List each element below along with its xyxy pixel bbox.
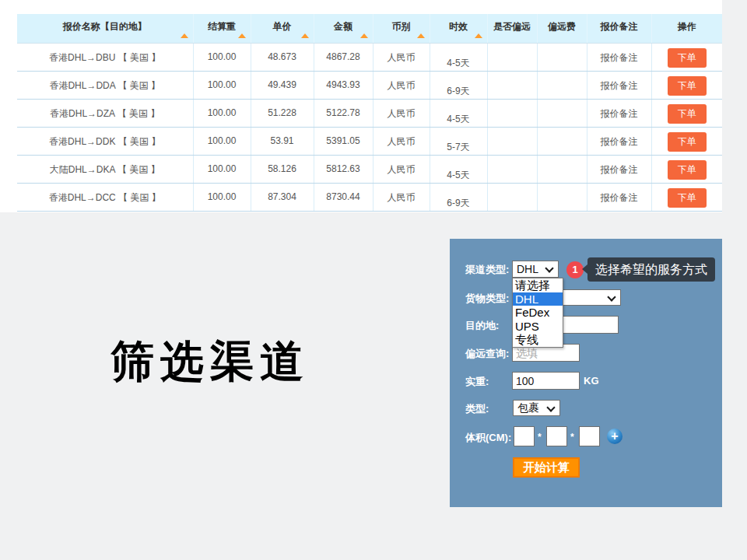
remote-query-label: 偏远查询: [465, 347, 509, 361]
table-row: 大陆DHL→DKA 【 美国 】100.0058.1265812.63人民币4-… [17, 155, 722, 183]
volume-length-input[interactable] [514, 426, 535, 446]
column-header[interactable]: 金额 [314, 14, 373, 43]
unit-price: 58.126 [251, 155, 314, 183]
tooltip-text: 选择希望的服务方式 [595, 263, 707, 276]
unit-price: 49.439 [251, 71, 314, 99]
add-volume-icon[interactable]: + [607, 429, 622, 444]
currency: 人民币 [373, 155, 430, 183]
remote-fee [537, 99, 587, 127]
action-cell: 下单 [651, 155, 722, 183]
channel-type-value: DHL [517, 263, 538, 275]
is-remote [487, 71, 537, 99]
quote-name: 香港DHL→DZA 【 美国 】 [17, 99, 193, 127]
currency: 人民币 [373, 183, 430, 211]
remote-fee [537, 183, 587, 211]
volume-width-input[interactable] [546, 426, 567, 446]
column-header-label: 报价名称【目的地】 [63, 21, 147, 32]
unit-price: 48.673 [251, 43, 314, 71]
tooltip-arrow-icon [582, 264, 587, 274]
channel-option[interactable]: FeDex [513, 306, 563, 320]
billed-weight: 100.00 [193, 71, 251, 99]
sort-asc-icon[interactable] [301, 33, 309, 38]
unit-price: 53.91 [251, 127, 314, 155]
order-button[interactable]: 下单 [668, 160, 707, 180]
table-row: 香港DHL→DCC 【 美国 】100.0087.3048730.44人民币6-… [17, 183, 722, 211]
lead-time: 4-5天 [430, 43, 487, 71]
table-row: 香港DHL→DZA 【 美国 】100.0051.2285122.78人民币4-… [17, 99, 722, 127]
order-button[interactable]: 下单 [668, 104, 707, 124]
multiply-sign: * [538, 432, 542, 443]
parcel-type-select[interactable]: 包裹 [513, 400, 560, 416]
section-annotation: 筛选渠道 [110, 333, 310, 392]
quote-name: 香港DHL→DCC 【 美国 】 [17, 183, 193, 211]
channel-option[interactable]: DHL [513, 292, 563, 306]
is-remote [487, 127, 537, 155]
remote-fee [537, 155, 587, 183]
channel-option[interactable]: UPS [513, 320, 563, 334]
volume-height-input[interactable] [579, 426, 600, 446]
currency: 人民币 [373, 71, 430, 99]
amount: 5391.05 [314, 127, 373, 155]
column-header[interactable]: 单价 [251, 14, 314, 43]
column-header: 操作 [651, 14, 722, 43]
calculate-button[interactable]: 开始计算 [513, 457, 580, 478]
column-header-label: 偏远费 [548, 21, 576, 32]
actual-weight-input[interactable] [512, 372, 580, 390]
multiply-sign: * [570, 432, 574, 443]
unit-price: 87.304 [251, 183, 314, 211]
sort-asc-icon[interactable] [417, 33, 425, 38]
quote-remark: 报价备注 [587, 99, 651, 127]
lead-time: 5-7天 [430, 127, 487, 155]
remote-fee [537, 43, 587, 71]
column-header: 偏远费 [537, 14, 587, 43]
column-header[interactable]: 结算重 [193, 14, 251, 43]
is-remote [487, 43, 537, 71]
currency: 人民币 [373, 99, 430, 127]
quote-name: 香港DHL→DDK 【 美国 】 [17, 127, 193, 155]
column-header[interactable]: 币别 [373, 14, 430, 43]
column-header: 报价备注 [587, 14, 651, 43]
channel-option[interactable]: 专线 [513, 333, 563, 347]
quote-name: 大陆DHL→DKA 【 美国 】 [17, 155, 193, 183]
chevron-down-icon [545, 264, 553, 272]
action-cell: 下单 [651, 43, 722, 71]
currency: 人民币 [373, 43, 430, 71]
order-button[interactable]: 下单 [668, 188, 707, 208]
amount: 5812.63 [314, 155, 373, 183]
is-remote [487, 183, 537, 211]
currency: 人民币 [373, 127, 430, 155]
sort-asc-icon[interactable] [475, 33, 482, 38]
column-header[interactable]: 报价名称【目的地】 [17, 14, 193, 43]
column-header[interactable]: 时效 [430, 14, 487, 43]
quote-table: 报价名称【目的地】结算重单价金额币别时效是否偏远偏远费报价备注操作 香港DHL→… [17, 14, 722, 212]
lead-time: 4-5天 [430, 155, 487, 183]
lead-time: 6-9天 [430, 183, 487, 211]
channel-option[interactable]: 请选择 [513, 278, 563, 292]
filter-panel: 渠道类型: 货物类型: 目的地: 偏远查询: 实重: 类型: 体积(CM): D… [450, 239, 722, 507]
sort-asc-icon[interactable] [360, 33, 368, 38]
sort-asc-icon[interactable] [181, 33, 188, 38]
order-button[interactable]: 下单 [668, 48, 707, 68]
order-button[interactable]: 下单 [668, 76, 707, 96]
column-header-label: 报价备注 [601, 21, 638, 32]
amount: 8730.44 [314, 183, 373, 211]
quote-remark: 报价备注 [587, 71, 651, 99]
channel-type-select[interactable]: DHL [512, 261, 559, 278]
sort-asc-icon[interactable] [238, 33, 246, 38]
table-row: 香港DHL→DDK 【 美国 】100.0053.915391.05人民币5-7… [17, 127, 722, 155]
billed-weight: 100.00 [193, 99, 251, 127]
chevron-down-icon [607, 292, 615, 301]
column-header-label: 时效 [449, 21, 468, 32]
quote-name: 香港DHL→DDA 【 美国 】 [17, 71, 193, 99]
unit-price: 51.228 [251, 99, 314, 127]
column-header-label: 是否偏远 [493, 21, 531, 32]
action-cell: 下单 [651, 127, 722, 155]
lead-time: 4-5天 [430, 99, 487, 127]
action-cell: 下单 [651, 183, 722, 211]
is-remote [487, 155, 537, 183]
actual-weight-label: 实重: [465, 375, 489, 389]
table-row: 香港DHL→DBU 【 美国 】100.0048.6734867.28人民币4-… [17, 43, 722, 71]
order-button[interactable]: 下单 [668, 132, 707, 152]
table-body: 香港DHL→DBU 【 美国 】100.0048.6734867.28人民币4-… [17, 43, 722, 211]
table-header-row: 报价名称【目的地】结算重单价金额币别时效是否偏远偏远费报价备注操作 [17, 14, 722, 43]
